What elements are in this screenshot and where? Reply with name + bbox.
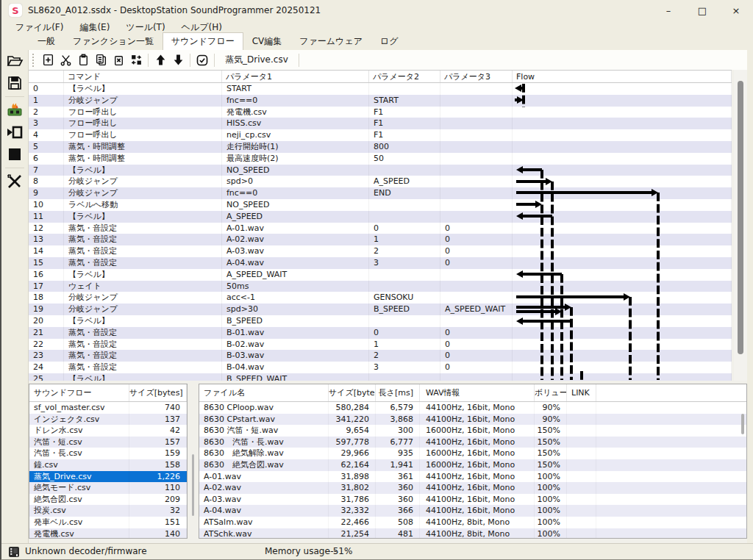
flow-row-2[interactable]: 2フロー呼出し発電機.csvF1 [29,107,732,118]
col-header-size[interactable]: サイズ[bytes] [329,384,376,401]
tab-cv-edit[interactable]: CV編集 [243,32,291,50]
open-file-button[interactable] [1,50,28,72]
flow-row-15[interactable]: 15蒸気・音設定A-04.wav30 [29,257,732,269]
wav-file-row[interactable]: 8630 CPloop.wav580,2846,57944100Hz, 16bi… [199,402,746,414]
tab-function-list[interactable]: ファンクション一覧 [64,32,163,50]
wav-length: 360 [376,494,420,506]
flow-row-24[interactable]: 24蒸気・音設定B-04.wav30 [29,362,732,373]
minimize-button[interactable]: – [652,0,685,21]
move-up-button[interactable] [151,51,169,69]
wav-file-row[interactable]: ATSchk.wav21,25448144100Hz, 8bit, Mono10… [199,528,746,539]
verify-button[interactable] [193,51,211,69]
soundflow-row[interactable]: インジェクタ.csv137 [29,414,187,426]
flow-row-9[interactable]: 9分岐ジャンプfnc==0END [29,187,732,199]
flow-row-8[interactable]: 8分岐ジャンプspd>0A_SPEED [29,176,732,187]
wav-link [567,482,596,494]
flow-row-7[interactable]: 7【ラベル】NO_SPEED [29,165,732,176]
scrollbar-thumb[interactable] [738,81,743,354]
soundflow-row[interactable]: ドレン水.csv42 [29,425,187,437]
col-header-filename[interactable]: ファイル名 [199,384,329,401]
row-index: 18 [29,292,64,304]
flow-row-5[interactable]: 5蒸気・時間調整走行開始時(1)800 [29,141,732,153]
wav-file-row[interactable]: 8630 汽笛・短.wav9,65430016000Hz, 16bit, Mon… [199,425,746,437]
wav-file-row[interactable]: 8630 絶気合図.wav62,1641,94116000Hz, 16bit, … [199,459,746,471]
flow-row-20[interactable]: 20【ラベル】B_SPEED [29,315,732,327]
flow-row-25[interactable]: 25【ラベル】B_SPEED_WAIT [29,373,732,381]
soundflow-row[interactable]: 蒸気_Drive.csv1,226 [29,471,187,483]
flow-row-14[interactable]: 14蒸気・音設定A-03.wav20 [29,245,732,257]
soundflow-row[interactable]: 発車ベル.csv151 [29,517,187,528]
soundflow-list-scrollbar[interactable] [188,384,197,539]
flow-row-13[interactable]: 13蒸気・音設定A-02.wav10 [29,234,732,245]
stop-button[interactable] [1,143,28,165]
soundflow-row[interactable]: sf_vol_master.csv740 [29,402,187,414]
copy-button[interactable] [92,51,110,69]
flow-row-12[interactable]: 12蒸気・音設定A-01.wav00 [29,223,732,234]
wav-file-row[interactable]: A-01.wav31,89836144100Hz, 16bit, Mono100… [199,471,746,483]
soundflow-row[interactable]: 発電機.csv140 [29,528,187,539]
flow-row-17[interactable]: 17ウェイト50ms [29,281,732,292]
wav-file-scrollbar[interactable] [740,403,745,538]
flow-row-19[interactable]: 19分岐ジャンプspd>30B_SPEEDA_SPEED_WAIT [29,304,732,315]
col-header-index [29,71,64,82]
row-command: 蒸気・音設定 [64,362,222,373]
scrollbar-thumb[interactable] [192,454,194,516]
scrollbar-thumb[interactable] [741,414,744,434]
cut-button[interactable] [57,51,74,69]
wav-file-row[interactable]: 8630 CPstart.wav341,2203,86844100Hz, 16b… [199,414,746,426]
add-item-button[interactable] [39,51,57,69]
flow-row-16[interactable]: 16【ラベル】A_SPEED_WAIT [29,269,732,281]
row-param1: acc<-1 [222,292,369,304]
tab-general[interactable]: 一般 [29,32,64,50]
soundflow-row[interactable]: 投炭.csv32 [29,505,187,517]
toolbar-grip[interactable] [32,54,35,67]
flow-row-0[interactable]: 0【ラベル】START [29,83,732,95]
wav-file-row[interactable]: ATSalm.wav22,46650844100Hz, 8bit, Mono10… [199,517,746,528]
delete-button[interactable] [110,51,127,69]
flow-row-11[interactable]: 11【ラベル】A_SPEED [29,211,732,223]
maximize-button[interactable]: □ [685,0,719,21]
col-header-volume[interactable]: ボリューム [535,384,567,401]
move-down-button[interactable] [169,51,187,69]
col-header-soundflow[interactable]: サウンドフロー [29,384,129,401]
flow-row-10[interactable]: 10ラベルへ移動NO_SPEED [29,199,732,211]
flow-row-22[interactable]: 22蒸気・音設定B-02.wav10 [29,339,732,351]
wav-file-row[interactable]: 8630 絶気解除.wav29,96693516000Hz, 16bit, Mo… [199,448,746,459]
write-decoder-button[interactable] [1,99,28,121]
soundflow-row[interactable]: 汽笛・長.csv159 [29,448,187,459]
wav-file-row[interactable]: A-02.wav31,80236044100Hz, 16bit, Mono100… [199,482,746,494]
soundflow-row[interactable]: 絶気合図.csv209 [29,494,187,506]
wav-file-row[interactable]: A-04.wav32,33236644100Hz, 16bit, Mono100… [199,505,746,517]
soundflow-row[interactable]: 汽笛・短.csv157 [29,437,187,448]
flow-row-1[interactable]: 1分岐ジャンプfnc==0START [29,95,732,107]
soundflow-name: 鐘.csv [29,459,129,471]
flow-table-scrollbar[interactable] [734,70,747,381]
col-header-wavinfo[interactable]: WAV情報 [420,384,535,401]
save-file-button[interactable] [1,72,28,94]
col-header-link[interactable]: LINK [567,384,596,401]
row-param2 [369,199,440,211]
col-header-length[interactable]: 長さ[ms] [376,384,420,401]
tab-firmware[interactable]: ファームウェア [290,32,371,50]
flow-table-header: コマンド パラメータ1 パラメータ2 パラメータ3 Flow [29,71,732,83]
transfer-button[interactable] [1,121,28,143]
reorder-button[interactable] [127,51,145,69]
flow-row-21[interactable]: 21蒸気・音設定B-01.wav00 [29,327,732,339]
flow-row-23[interactable]: 23蒸気・音設定B-03.wav20 [29,350,732,362]
flow-row-6[interactable]: 6蒸気・時間調整最高速度時(2)50 [29,153,732,165]
toolbar: 蒸気_Drive.csv [29,50,747,70]
col-header-size[interactable]: サイズ[bytes] [129,384,187,401]
row-param3 [440,187,513,199]
tab-log[interactable]: ログ [371,32,407,50]
flow-row-4[interactable]: 4フロー呼出しneji_cp.csvF1 [29,129,732,141]
tab-sound-flow[interactable]: サウンドフロー [163,32,243,50]
tools-button[interactable] [1,170,28,193]
soundflow-row[interactable]: 鐘.csv158 [29,459,187,471]
flow-row-18[interactable]: 18分岐ジャンプacc<-1GENSOKU [29,292,732,304]
wav-file-row[interactable]: 8630 汽笛・長.wav597,7786,77744100Hz, 16bit,… [199,437,746,448]
paste-button[interactable] [74,51,92,69]
close-button[interactable]: × [719,0,753,21]
flow-row-3[interactable]: 3フロー呼出しHISS.csvF1 [29,118,732,129]
soundflow-row[interactable]: 絶気モード.csv110 [29,482,187,494]
wav-file-row[interactable]: A-03.wav31,78636044100Hz, 16bit, Mono100… [199,494,746,506]
